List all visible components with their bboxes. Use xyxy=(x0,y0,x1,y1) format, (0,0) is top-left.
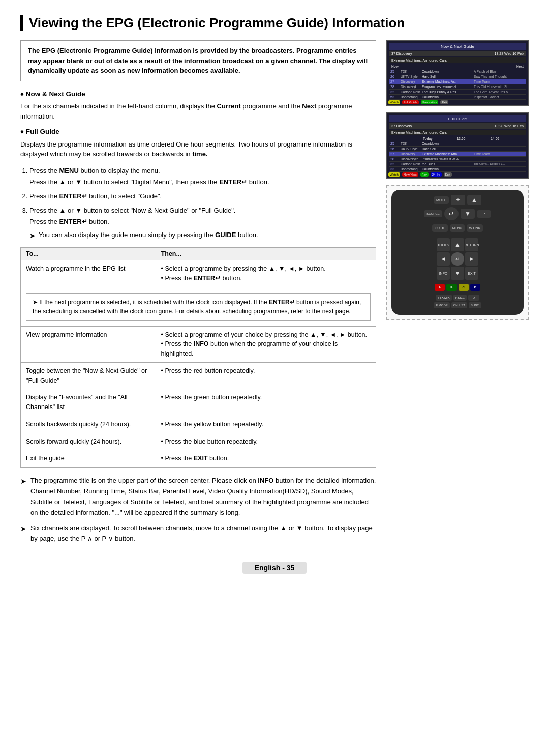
epg-table-section: To... Then... Watch a programme in the E… xyxy=(20,247,376,468)
table-row: Scrolls forward quickly (24 hours). • Pr… xyxy=(21,433,376,450)
table-cell-then-5: • Press the yellow button repeatedly. xyxy=(156,416,376,433)
remote-blue-button[interactable]: D xyxy=(470,284,480,291)
remote-nav-enter[interactable]: ↵ xyxy=(451,252,464,266)
epg-row-25: 25TDKCountdownA Patch of Blue xyxy=(389,69,526,74)
remote-vol-up-button[interactable]: + xyxy=(451,195,465,205)
bottom-note-1: ➤ The programme title is on the upper pa… xyxy=(20,476,376,518)
epg-time-1: 13:28 Wed 16 Feb xyxy=(495,52,524,55)
remote-emode-button[interactable]: E.MODE xyxy=(434,302,450,308)
remote-menu-button[interactable]: MENU xyxy=(450,224,465,232)
table-cell-to-5: Scrolls backwards quickly (24 hours). xyxy=(21,416,156,433)
full-btn-nownext: Now/Next xyxy=(402,172,418,177)
bottom-note-text-2: Six channels are displayed. To scroll be… xyxy=(30,523,376,544)
epg-top-info-2: 37 Discovery 13:28 Wed 16 Feb xyxy=(389,123,526,129)
steps-section: Now & Next Guide For the six channels in… xyxy=(20,89,376,242)
remote-nav-up[interactable]: ▲ xyxy=(451,238,464,251)
remote-green-button[interactable]: B xyxy=(446,284,456,291)
now-next-screen: Now & Next Guide 37 Discovery 13:28 Wed … xyxy=(386,40,529,106)
right-column: Now & Next Guide 37 Discovery 13:28 Wed … xyxy=(386,40,529,549)
remote-p-button[interactable]: P xyxy=(477,210,491,218)
remote-container: MUTE + ▲ SOURCE ↵ ▼ P GUIDE MENU W.LINK xyxy=(386,185,529,320)
epg-bottom-bar-1: Watch Full Guide Favourites Exit xyxy=(388,100,527,104)
table-cell-to-1: Watch a programme in the EPG list xyxy=(21,260,156,287)
table-cell-then-1: • Select a programme by pressing the ▲, … xyxy=(156,260,376,287)
remote-enter-circle[interactable]: ↵ xyxy=(444,207,459,220)
table-cell-then-4: • Press the green button repeatedly. xyxy=(156,389,376,416)
full-guide-screen-title: Full Guide xyxy=(389,115,526,122)
page-title: Viewing the EPG (Electronic Programme Gu… xyxy=(20,15,529,31)
remote-wlink-button[interactable]: W.LINK xyxy=(467,224,483,232)
epg-row-32: 32Cartoon NetkThe Bugs Bunny & Ras...The… xyxy=(389,90,526,95)
remote-source-button[interactable]: SOURCE xyxy=(424,210,442,217)
epg-row-28: 28DiscoverykProgrammes resume at...This … xyxy=(389,84,526,90)
now-next-desc: For the six channels indicated in the le… xyxy=(20,101,376,121)
step-3: Press the ▲ or ▼ button to select "Now &… xyxy=(29,205,376,242)
remote-psize-button[interactable]: P.SIZE xyxy=(453,295,467,301)
table-row: Toggle between the "Now & Next Guide" or… xyxy=(21,362,376,389)
full-btn-watch: Watch xyxy=(388,172,400,177)
remote-ttxmix-button[interactable]: TTX/MIX xyxy=(436,295,452,301)
remote-bottom-row-1: TTX/MIX P.SIZE D xyxy=(395,295,520,301)
remote-nav-down[interactable]: ▼ xyxy=(451,267,464,280)
epg-btn-watch: Watch xyxy=(388,100,400,104)
remote-return-button[interactable]: RETURN xyxy=(465,238,478,251)
remote-mute-button[interactable]: MUTE xyxy=(434,196,449,204)
now-next-screen-title: Now & Next Guide xyxy=(389,43,526,50)
epg-table: To... Then... Watch a programme in the E… xyxy=(20,247,376,468)
epg-bottom-bar-2: Watch Now/Next Fav 24Hrs Exit xyxy=(388,172,527,177)
full-guide-desc: Displays the programme information as ti… xyxy=(20,139,376,159)
remote-exit-button[interactable]: EXIT xyxy=(465,267,478,280)
remote-down-button[interactable]: ▼ xyxy=(461,209,475,219)
remote-tools-button[interactable]: TOOLS xyxy=(437,238,450,251)
remote-d-button[interactable]: D xyxy=(468,295,479,301)
table-cell-to-7: Exit the guide xyxy=(21,450,156,468)
epg-time-2: 13:28 Wed 16 Feb xyxy=(495,124,524,128)
full-epg-row-32: 32Cartoon Netkthe Bugs...The Grims... De… xyxy=(389,162,526,167)
table-row: View programme information • Select a pr… xyxy=(21,326,376,362)
table-cell-to-3: Toggle between the "Now & Next Guide" or… xyxy=(21,362,156,389)
bottom-note-text-1: The programme title is on the upper part… xyxy=(30,476,376,518)
table-cell-then-3: • Press the red button repeatedly. xyxy=(156,362,376,389)
epg-channel-info-1: 37 Discovery xyxy=(391,52,412,55)
numbered-steps: Press the MENU button to display the men… xyxy=(20,165,376,242)
intro-box: The EPG (Electronic Programme Guide) inf… xyxy=(20,40,376,81)
table-note-1: ➤ If the next programme is selected, it … xyxy=(21,287,376,326)
table-cell-then-7: • Press the EXIT button. xyxy=(156,450,376,468)
full-epg-row-27: 27DiscoveryExtreme Machines: ArmTime Tea… xyxy=(389,152,526,157)
bottom-note-arrow-1: ➤ xyxy=(20,476,26,518)
epg-col-headers: NowNext xyxy=(389,64,526,69)
remote-nav-right[interactable]: ► xyxy=(465,252,478,266)
epg-row-27: 27DiscoveryExtreme Machines: Ar...Time T… xyxy=(389,79,526,84)
guide-note: You can also display the guide menu simp… xyxy=(39,229,258,241)
remote-subt-button[interactable]: SUBT. xyxy=(469,302,481,308)
remote-guide-button[interactable]: GUIDE xyxy=(432,224,448,232)
footer-badge: English - 35 xyxy=(242,562,307,574)
remote-nav-area: TOOLS ▲ RETURN ◄ ↵ ► INFO ▼ EXIT xyxy=(395,238,520,280)
full-epg-row-26: 26UKTV StyleHard Sell xyxy=(389,147,526,152)
epg-row-26: 26UKTV StyleHard SellSaw This and Though… xyxy=(389,74,526,79)
epg-prog-info-2: Extreme Machines: Armoured Cars xyxy=(389,130,526,135)
table-row: Display the "Favourites" and the "All Ch… xyxy=(21,389,376,416)
remote-top-row: MUTE + ▲ xyxy=(395,195,520,205)
table-row-note: ➤ If the next programme is selected, it … xyxy=(21,287,376,326)
remote-nav-grid: TOOLS ▲ RETURN ◄ ↵ ► INFO ▼ EXIT xyxy=(437,238,478,280)
full-btn-exit: Exit xyxy=(444,172,452,177)
table-row: Watch a programme in the EPG list • Sele… xyxy=(21,260,376,287)
remote-up-button[interactable]: ▲ xyxy=(467,195,481,205)
epg-channel-info-2: 37 Discovery xyxy=(391,124,412,128)
epg-btn-exit-1: Exit xyxy=(440,100,448,104)
now-next-title: Now & Next Guide xyxy=(20,89,376,100)
full-epg-row-25: 25TDKCountdown xyxy=(389,141,526,147)
remote-nav-left[interactable]: ◄ xyxy=(437,252,450,266)
remote-red-button[interactable]: A xyxy=(435,284,445,291)
full-guide-screen: Full Guide 37 Discovery 13:28 Wed 16 Feb… xyxy=(386,112,529,179)
epg-top-info-1: 37 Discovery 13:28 Wed 16 Feb xyxy=(389,51,526,56)
remote-yellow-button[interactable]: C xyxy=(459,284,469,291)
intro-text: The EPG (Electronic Programme Guide) inf… xyxy=(28,47,368,74)
full-btn-24h: 24Hrs xyxy=(431,172,442,177)
remote-info-button[interactable]: INFO xyxy=(437,267,450,280)
remote-chlist-button[interactable]: CH LIST xyxy=(451,302,467,308)
epg-row-53: 53BoomerangCountdownInspector Gadget xyxy=(389,95,526,100)
epg-btn-favourites: Favourites xyxy=(421,100,438,104)
table-header-then: Then... xyxy=(156,248,376,260)
